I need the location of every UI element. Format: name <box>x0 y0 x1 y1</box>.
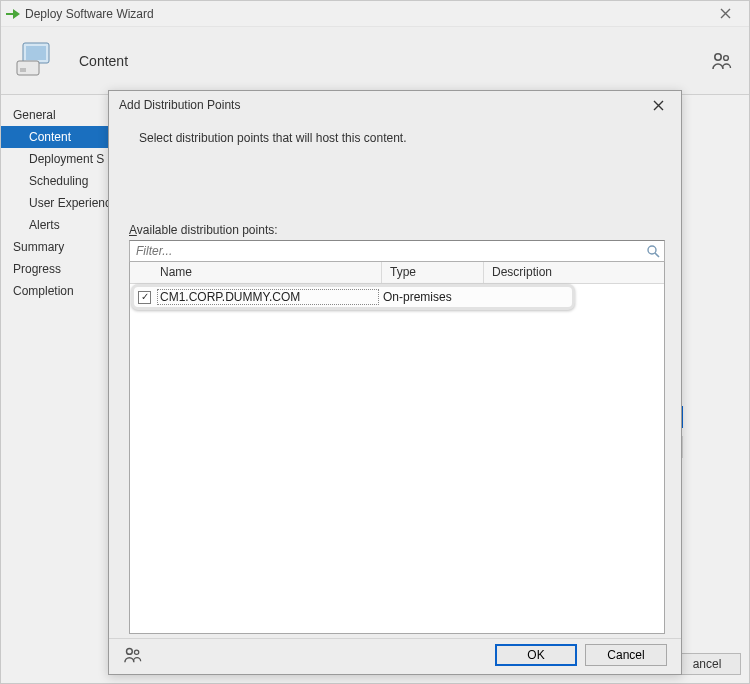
col-description[interactable]: Description <box>484 262 664 283</box>
ok-button[interactable]: OK <box>495 644 577 666</box>
svg-point-8 <box>127 648 133 654</box>
available-label-rest: vailable distribution points: <box>137 223 278 237</box>
row-name: CM1.CORP.DUMMY.COM <box>157 289 379 305</box>
grid-row[interactable]: ✓ CM1.CORP.DUMMY.COM On-premises <box>134 287 572 307</box>
titlebar: Deploy Software Wizard <box>1 1 749 27</box>
dialog-body: Select distribution points that will hos… <box>109 119 681 638</box>
col-name[interactable]: Name <box>130 262 382 283</box>
page-heading: Content <box>79 53 711 69</box>
grid-header: Name Type Description <box>130 262 664 284</box>
background-cancel-partial[interactable]: ancel <box>673 653 741 675</box>
deploy-arrow-icon <box>5 7 21 21</box>
svg-point-5 <box>724 55 729 60</box>
window-close-button[interactable] <box>707 3 743 25</box>
svg-point-4 <box>715 53 721 59</box>
svg-rect-1 <box>26 46 46 60</box>
filter-row <box>129 240 665 262</box>
dialog-instruction: Select distribution points that will hos… <box>129 125 665 145</box>
people-icon[interactable] <box>711 51 733 71</box>
dialog-titlebar: Add Distribution Points <box>109 91 681 119</box>
people-icon[interactable] <box>123 646 143 664</box>
distribution-points-grid: Name Type Description ✓ CM1.CORP.DUMMY.C… <box>129 262 665 634</box>
svg-point-6 <box>648 246 656 254</box>
dialog-close-button[interactable] <box>641 94 675 116</box>
filter-input[interactable] <box>130 241 642 261</box>
close-icon <box>720 8 731 19</box>
computer-icon <box>15 41 59 81</box>
svg-rect-3 <box>20 68 26 72</box>
add-distribution-points-dialog: Add Distribution Points Select distribut… <box>108 90 682 675</box>
svg-line-7 <box>655 253 659 257</box>
col-type[interactable]: Type <box>382 262 484 283</box>
svg-point-9 <box>134 650 138 654</box>
wizard-title: Deploy Software Wizard <box>25 6 707 21</box>
available-label-accel: A <box>129 223 137 237</box>
row-checkbox[interactable]: ✓ <box>138 291 151 304</box>
close-icon <box>653 100 664 111</box>
available-label: Available distribution points: <box>129 223 665 237</box>
dialog-footer: OK Cancel <box>109 638 681 674</box>
dialog-title: Add Distribution Points <box>119 98 641 112</box>
cancel-button[interactable]: Cancel <box>585 644 667 666</box>
wizard-header: Content <box>1 27 749 95</box>
search-icon <box>646 244 660 258</box>
search-button[interactable] <box>642 241 664 261</box>
row-type: On-premises <box>379 290 479 304</box>
grid-body: ✓ CM1.CORP.DUMMY.COM On-premises <box>130 284 664 633</box>
